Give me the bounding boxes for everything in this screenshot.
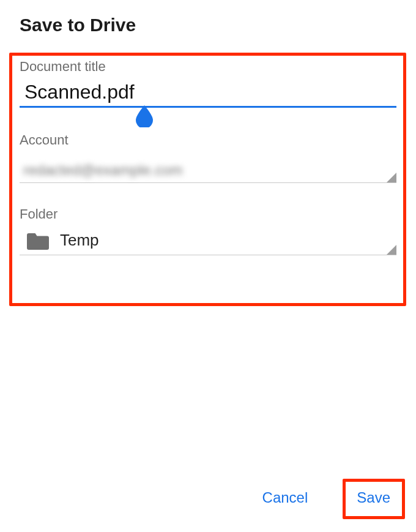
text-cursor-handle-icon bbox=[136, 105, 153, 127]
save-button[interactable]: Save bbox=[346, 483, 401, 512]
cancel-button[interactable]: Cancel bbox=[251, 483, 319, 512]
dropdown-corner-icon bbox=[387, 245, 396, 255]
account-label: Account bbox=[20, 132, 396, 148]
folder-selector[interactable]: Temp bbox=[20, 225, 396, 255]
page-title: Save to Drive bbox=[0, 0, 416, 47]
folder-icon bbox=[27, 231, 49, 250]
account-selector[interactable]: redacted@example.com bbox=[20, 151, 396, 183]
document-title-label: Document title bbox=[20, 59, 396, 75]
dropdown-corner-icon bbox=[387, 173, 396, 182]
folder-label: Folder bbox=[20, 206, 396, 222]
folder-name: Temp bbox=[60, 231, 99, 250]
document-title-input[interactable] bbox=[20, 77, 396, 108]
account-value: redacted@example.com bbox=[20, 162, 396, 179]
